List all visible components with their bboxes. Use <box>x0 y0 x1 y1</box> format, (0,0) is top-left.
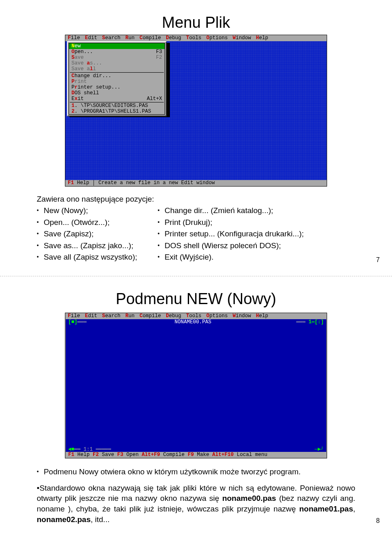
dos-screenshot-editor: File Edit Search Run Compile Debug Tools… <box>65 313 327 458</box>
window-control-icon: [■] <box>68 319 78 325</box>
right-list: Change dir... (Zmień katalog...);Print (… <box>158 205 304 264</box>
editor-footer: ◄■══ 1:1 ═════ ─►┘ <box>68 447 324 452</box>
scroll-right-icon: ─►┘ <box>314 447 324 452</box>
menu-item-tools[interactable]: Tools <box>186 35 202 41</box>
menu-item-help[interactable]: Help <box>256 35 268 41</box>
menu-item-window[interactable]: Window <box>233 35 251 41</box>
menu-item-help[interactable]: Help <box>256 313 268 319</box>
menu-item-tools[interactable]: Tools <box>186 313 202 319</box>
status-text: Compile <box>160 452 188 458</box>
window-number-icon: 1═[↕] <box>308 319 324 325</box>
slide-podmenu-new: Podmenu NEW (Nowy) File Edit Search Run … <box>0 276 392 541</box>
status-bar: F1 Help F2 Save F3 Open Alt+F9 Compile F… <box>66 452 326 458</box>
filename-label: NONAME00.PAS <box>90 319 296 325</box>
menu-item-window[interactable]: Window <box>233 313 251 319</box>
paragraph: •Standardowo okna nazywają się tak jak p… <box>37 483 355 525</box>
status-hotkey: F1 <box>68 452 74 458</box>
list-item: Exit (Wyjście). <box>158 252 304 263</box>
menu-item: Save all <box>69 66 165 72</box>
status-bar: F1 Help │ Create a new file in a new Edi… <box>65 180 327 186</box>
menu-item-options[interactable]: Options <box>206 35 228 41</box>
menu-divider <box>70 72 164 73</box>
dos-screenshot-file-menu: File Edit Search Run Compile Debug Tools… <box>65 35 327 187</box>
list-item: Print (Drukuj); <box>158 217 304 228</box>
menu-item: Save as... <box>69 60 165 66</box>
menu-item[interactable]: Change dir... <box>69 73 165 79</box>
status-hotkey: F3 <box>117 452 123 458</box>
status-text: Save <box>99 452 117 458</box>
file-dropdown: NewOpen...F3SaveF2Save as...Save allChan… <box>67 41 167 116</box>
page-number: 7 <box>376 256 380 264</box>
menu-item[interactable]: Printer setup... <box>69 84 165 90</box>
list-item: Change dir... (Zmień katalog...); <box>158 205 304 216</box>
left-list: New (Nowy);Open... (Otwórz...);Save (Zap… <box>37 205 137 264</box>
menu-item[interactable]: 2. \PROGRA1\TP\SHELLS1.PAS <box>69 109 165 114</box>
page-title: Podmenu NEW (Nowy) <box>37 290 355 308</box>
status-text: Make <box>194 452 212 458</box>
list-item: Open... (Otwórz...); <box>37 217 137 228</box>
list-item: Save all (Zapisz wszystko); <box>37 252 137 263</box>
slide-menu-plik: Menu Plik File Edit Search Run Compile D… <box>0 0 392 276</box>
menu-item-debug[interactable]: Debug <box>166 313 181 319</box>
columns: New (Nowy);Open... (Otwórz...);Save (Zap… <box>37 205 355 264</box>
cursor-position: 1:1 <box>84 447 93 452</box>
status-text: Open <box>123 452 142 458</box>
menu-item-edit[interactable]: Edit <box>85 35 97 41</box>
page-title: Menu Plik <box>37 14 355 31</box>
status-hotkey: F9 <box>188 452 194 458</box>
list-item: Save (Zapisz); <box>37 229 137 240</box>
list-item: Printer setup... (Konfiguracja drukarki.… <box>158 229 304 240</box>
menu-item-file[interactable]: File <box>68 313 80 319</box>
menu-item-compile[interactable]: Compile <box>140 35 161 41</box>
page-number: 8 <box>376 517 380 525</box>
menu-item[interactable]: New <box>69 43 165 49</box>
status-text: Local menu <box>234 452 267 458</box>
menu-item-debug[interactable]: Debug <box>166 35 181 41</box>
status-hotkey: F2 <box>93 452 99 458</box>
status-hotkey: F1 <box>68 180 74 186</box>
menu-item[interactable]: Open...F3 <box>69 49 165 55</box>
menu-bar: File Edit Search Run Compile Debug Tools… <box>65 35 327 41</box>
list-item: DOS shell (Wiersz poleceń DOS); <box>158 240 304 251</box>
list-item: New (Nowy); <box>37 205 137 216</box>
menu-item[interactable]: ExitAlt+X <box>69 96 165 102</box>
menu-item-edit[interactable]: Edit <box>85 313 97 319</box>
menu-item: SaveF2 <box>69 55 165 60</box>
intro-text: Zawiera ono następujące pozycje: <box>37 195 355 204</box>
status-hotkey: Alt+F9 <box>142 452 160 458</box>
bullet-text: Podmenu Nowy otwiera okno w którym użytk… <box>44 467 301 477</box>
editor-titlebar: [■] ═══ NONAME00.PAS ═══ 1═[↕] <box>66 319 326 325</box>
menu-item-search[interactable]: Search <box>102 313 120 319</box>
menu-item-compile[interactable]: Compile <box>140 313 161 319</box>
list-item: Save as... (Zapisz jako...); <box>37 240 137 251</box>
desktop-area: NewOpen...F3SaveF2Save as...Save allChan… <box>65 41 327 180</box>
editor-body: [■] ═══ NONAME00.PAS ═══ 1═[↕] ◄■══ 1:1 … <box>65 319 327 458</box>
menu-item-search[interactable]: Search <box>102 35 120 41</box>
menu-item[interactable]: DOS shell <box>69 90 165 96</box>
menu-item-options[interactable]: Options <box>206 313 228 319</box>
status-text: Help <box>74 452 93 458</box>
menu-item-run[interactable]: Run <box>125 313 135 319</box>
menu-item: Print <box>69 79 165 84</box>
menu-item[interactable]: 1. \TP\SOURCE\EDITORS.PAS <box>69 103 165 109</box>
bullet-block: Podmenu Nowy otwiera okno w którym użytk… <box>37 467 355 477</box>
status-hotkey: Alt+F10 <box>212 452 234 458</box>
scroll-left-icon: ◄■ <box>68 447 74 452</box>
menu-bar: File Edit Search Run Compile Debug Tools… <box>65 313 327 319</box>
menu-item-file[interactable]: File <box>68 35 80 41</box>
menu-item-run[interactable]: Run <box>125 35 135 41</box>
menu-divider <box>70 102 164 102</box>
status-text: Help │ Create a new file in a new Edit w… <box>74 180 215 186</box>
